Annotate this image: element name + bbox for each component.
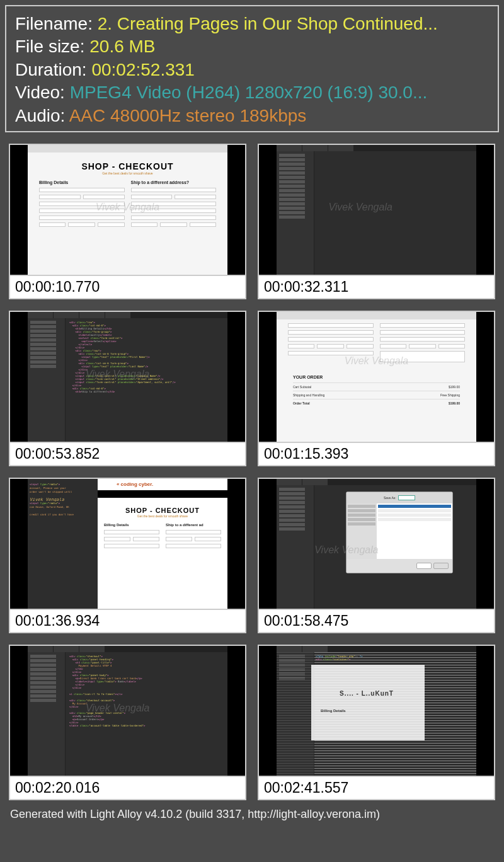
duration-row: Duration: 00:02:52.331 xyxy=(15,59,489,81)
timestamp-4: 00:01:15.393 xyxy=(258,443,495,466)
billing-head: Billing Details xyxy=(104,523,159,527)
logo: « coding cyber. xyxy=(98,479,227,490)
thumb-content: Save As: xyxy=(277,479,476,609)
thumb-content: <div class="checkout"> <div class="panel… xyxy=(28,646,227,776)
thumbnail-8[interactable]: S.... - L..uKunT Billing Details <?php i… xyxy=(258,645,495,777)
thumb-content: YOUR ORDER Cart Subtotal$199.00 Shipping… xyxy=(277,312,476,442)
thumb-cell-7: <div class="checkout"> <div class="panel… xyxy=(9,645,246,800)
order-value: Free Shipping xyxy=(440,393,460,397)
filesize-value: 20.6 MB xyxy=(89,37,155,56)
duration-label: Duration: xyxy=(15,60,91,79)
timestamp-6: 00:01:58.475 xyxy=(258,610,495,633)
thumbnail-4[interactable]: YOUR ORDER Cart Subtotal$199.00 Shipping… xyxy=(258,311,495,443)
thumbnail-3[interactable]: <div class="row"> <div class="col-md-6">… xyxy=(9,311,246,443)
thumbnail-grid: SHOP - CHECKOUT Get the best deals for s… xyxy=(0,137,504,800)
thumb-cell-1: SHOP - CHECKOUT Get the best deals for s… xyxy=(9,144,246,299)
thumb-cell-8: S.... - L..uKunT Billing Details <?php i… xyxy=(258,645,495,800)
filename-value: 2. Creating Pages in Our Shop Continued.… xyxy=(98,14,438,33)
glitch-title: S.... - L..uKunT xyxy=(340,690,394,697)
timestamp-7: 00:02:20.016 xyxy=(9,777,246,800)
video-value: MPEG4 Video (H264) 1280x720 (16:9) 30.0.… xyxy=(70,83,428,102)
video-label: Video: xyxy=(15,83,70,102)
thumb-cell-6: Save As: xyxy=(258,478,495,633)
checkout-subtitle: Get the best deals for smooth shave xyxy=(28,171,227,175)
file-info-panel: Filename: 2. Creating Pages in Our Shop … xyxy=(5,5,499,132)
checkout-title: SHOP - CHECKOUT xyxy=(98,507,227,514)
billing-head: Billing Details xyxy=(39,180,125,185)
audio-label: Audio: xyxy=(15,106,69,125)
thumbnail-7[interactable]: <div class="checkout"> <div class="panel… xyxy=(9,645,246,777)
order-value: $199.00 xyxy=(449,385,460,389)
thumb-content: SHOP - CHECKOUT Get the best deals for s… xyxy=(28,145,227,275)
order-value: $199.00 xyxy=(449,401,460,405)
filename-row: Filename: 2. Creating Pages in Our Shop … xyxy=(15,13,489,35)
order-label: Order Total xyxy=(293,401,310,405)
duration-value: 00:02:52.331 xyxy=(91,60,195,79)
thumb-content: S.... - L..uKunT Billing Details <?php i… xyxy=(277,646,476,776)
video-row: Video: MPEG4 Video (H264) 1280x720 (16:9… xyxy=(15,81,489,104)
filename-label: Filename: xyxy=(15,14,98,33)
thumbnail-5[interactable]: <input type="radio"> account, Please use… xyxy=(9,478,246,610)
audio-value: AAC 48000Hz stereo 189kbps xyxy=(69,106,307,125)
thumbnail-6[interactable]: Save As: xyxy=(258,478,495,610)
timestamp-2: 00:00:32.311 xyxy=(258,276,495,299)
timestamp-5: 00:01:36.934 xyxy=(9,610,246,633)
order-label: Shipping and Handling xyxy=(293,393,324,397)
thumb-cell-3: <div class="row"> <div class="col-md-6">… xyxy=(9,311,246,466)
timestamp-3: 00:00:53.852 xyxy=(9,443,246,466)
order-head: YOUR ORDER xyxy=(293,375,460,379)
thumb-cell-4: YOUR ORDER Cart Subtotal$199.00 Shipping… xyxy=(258,311,495,466)
filesize-label: File size: xyxy=(15,37,89,56)
checkout-subtitle: Get the best deals for smooth shave xyxy=(98,514,227,518)
checkout-title: SHOP - CHECKOUT xyxy=(28,161,227,171)
save-dialog: Save As: xyxy=(346,491,453,573)
thumbnail-2[interactable]: Vivek Vengala xyxy=(258,144,495,276)
billing-head: Billing Details xyxy=(321,709,346,713)
thumb-content: <div class="row"> <div class="col-md-6">… xyxy=(28,312,227,442)
thumbnail-1[interactable]: SHOP - CHECKOUT Get the best deals for s… xyxy=(9,144,246,276)
thumb-content: Vivek Vengala xyxy=(277,145,476,275)
timestamp-1: 00:00:10.770 xyxy=(9,276,246,299)
audio-row: Audio: AAC 48000Hz stereo 189kbps xyxy=(15,105,489,127)
timestamp-8: 00:02:41.557 xyxy=(258,777,495,800)
filesize-row: File size: 20.6 MB xyxy=(15,35,489,58)
ship-head: Ship to a different address? xyxy=(131,180,217,185)
thumb-cell-5: <input type="radio"> account, Please use… xyxy=(9,478,246,633)
order-label: Cart Subtotal xyxy=(293,385,311,389)
thumb-content: <input type="radio"> account, Please use… xyxy=(28,479,227,609)
thumb-cell-2: Vivek Vengala 00:00:32.311 xyxy=(258,144,495,299)
footer-text: Generated with Light Alloy v4.10.2 (buil… xyxy=(0,800,504,821)
watermark: Vivek Vengala xyxy=(328,202,392,213)
